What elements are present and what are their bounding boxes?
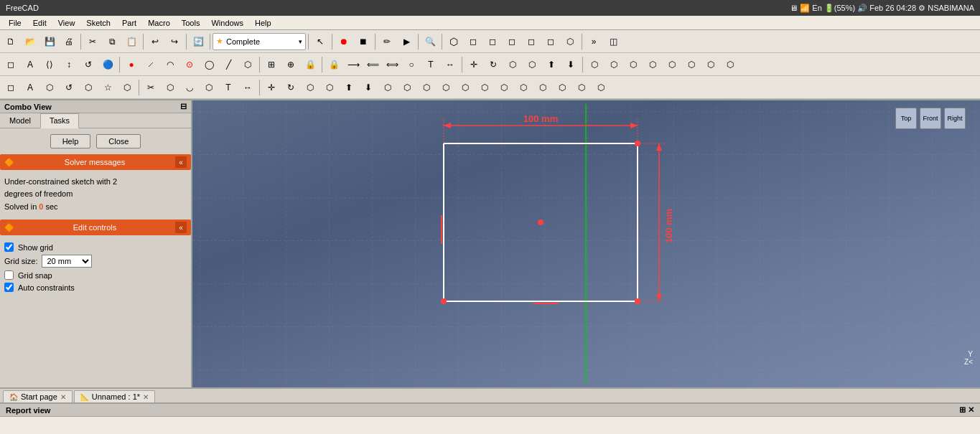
report-close-icon[interactable]: ✕ xyxy=(968,405,974,414)
viewport[interactable]: 100 mm → ← 100 mm Top Front Right xyxy=(192,100,980,387)
r3-btn5[interactable]: ⬡ xyxy=(79,78,98,97)
solver-section-header[interactable]: 🔶 Solver messages « xyxy=(0,154,191,170)
menu-view[interactable]: View xyxy=(52,16,81,29)
help-button[interactable]: Help xyxy=(50,134,91,148)
view-right-btn[interactable]: ◻ xyxy=(503,32,521,51)
tab-tasks[interactable]: Tasks xyxy=(40,113,79,128)
record-btn[interactable]: ⏺ xyxy=(335,32,353,51)
r3-copy-btn[interactable]: T xyxy=(219,78,238,97)
scale-btn[interactable]: ⬡ xyxy=(503,55,522,74)
sketch-extra3-btn[interactable]: ⬡ xyxy=(624,55,643,74)
tab-model[interactable]: Model xyxy=(0,113,40,128)
dim-d-btn[interactable]: ⟺ xyxy=(383,55,401,74)
print-btn[interactable]: 🖨 xyxy=(60,32,78,51)
text-btn[interactable]: T xyxy=(421,55,440,74)
menu-part[interactable]: Part xyxy=(116,16,142,29)
sketch-line2-btn[interactable]: ╱ xyxy=(219,55,238,74)
r3-sym-btn[interactable]: ↔ xyxy=(238,78,257,97)
start-tab-close[interactable]: ✕ xyxy=(60,393,66,401)
open-btn[interactable]: 📂 xyxy=(21,32,39,51)
sketch-extra7-btn[interactable]: ⬡ xyxy=(701,55,720,74)
constraint-coincident-btn[interactable]: ⊕ xyxy=(281,55,300,74)
sketch-point-btn[interactable]: ● xyxy=(122,55,141,74)
t2-btn2[interactable]: A xyxy=(21,55,39,74)
copy-btn[interactable]: ⧉ xyxy=(103,32,121,51)
cut-btn[interactable]: ✂ xyxy=(83,32,102,51)
sketch-extra8-btn[interactable]: ⬡ xyxy=(721,55,739,74)
constraint-lock-btn[interactable]: 🔒 xyxy=(301,55,319,74)
t2-btn4[interactable]: ↕ xyxy=(60,55,78,74)
r3-offset-btn[interactable]: ⬡ xyxy=(200,78,218,97)
move-btn[interactable]: ✛ xyxy=(465,55,483,74)
r3-extra4-btn[interactable]: ⬡ xyxy=(437,78,455,97)
t2-btn5[interactable]: ↺ xyxy=(79,55,98,74)
stop-btn[interactable]: ⏹ xyxy=(354,32,373,51)
sketch-arc-btn[interactable]: ◠ xyxy=(161,55,179,74)
sketch-poly-btn[interactable]: ⬡ xyxy=(238,55,257,74)
cube-face-front[interactable]: Front xyxy=(920,108,941,129)
sketch-extra4-btn[interactable]: ⬡ xyxy=(643,55,662,74)
r3-extra2-btn[interactable]: ⬡ xyxy=(398,78,416,97)
redo-btn[interactable]: ↪ xyxy=(165,32,184,51)
mirror-btn[interactable]: ⬡ xyxy=(523,55,541,74)
r3-move-btn[interactable]: ✛ xyxy=(262,78,281,97)
paste-btn[interactable]: 📋 xyxy=(122,32,141,51)
edit-btn[interactable]: ✏ xyxy=(378,32,396,51)
r3-extra9-btn[interactable]: ⬡ xyxy=(533,78,552,97)
sketch-extra5-btn[interactable]: ⬡ xyxy=(663,55,681,74)
dim-h-btn[interactable]: ⟶ xyxy=(344,55,363,74)
sketch-line-btn[interactable]: ⟋ xyxy=(141,55,160,74)
r3-extra6-btn[interactable]: ⬡ xyxy=(475,78,494,97)
sym-btn[interactable]: ↔ xyxy=(441,55,459,74)
r3-extra7-btn[interactable]: ⬡ xyxy=(495,78,513,97)
t2-btn3[interactable]: ⟨⟩ xyxy=(40,55,59,74)
view-top-btn[interactable]: ◻ xyxy=(483,32,502,51)
combo-collapse-icon[interactable]: ⊟ xyxy=(180,102,187,111)
menu-help[interactable]: Help xyxy=(249,16,277,29)
r3-extra8-btn[interactable]: ⬡ xyxy=(514,78,533,97)
r3-trim-btn[interactable]: ✂ xyxy=(141,78,160,97)
bottom-tab-unnamed[interactable]: 📐 Unnamed : 1* ✕ xyxy=(74,390,155,402)
new-btn[interactable]: 🗋 xyxy=(1,32,20,51)
constraint-fixed-btn[interactable]: ⊞ xyxy=(262,55,281,74)
r3-extra5-btn[interactable]: ⬡ xyxy=(456,78,475,97)
r3-down-btn[interactable]: ⬇ xyxy=(359,78,378,97)
cube-face-top[interactable]: Top xyxy=(895,108,917,129)
show-grid-checkbox[interactable] xyxy=(4,242,14,252)
r3-btn7[interactable]: ⬡ xyxy=(118,78,136,97)
r3-extra12-btn[interactable]: ⬡ xyxy=(592,78,610,97)
play-btn[interactable]: ▶ xyxy=(397,32,416,51)
r3-btn1[interactable]: ◻ xyxy=(1,78,20,97)
cube-face-right[interactable]: Right xyxy=(944,108,966,129)
panel-scroll[interactable]: Help Close 🔶 Solver messages « Under-con… xyxy=(0,128,191,387)
down-btn[interactable]: ⬇ xyxy=(561,55,580,74)
menu-edit[interactable]: Edit xyxy=(27,16,52,29)
grid-size-select[interactable]: 20 mm xyxy=(42,255,92,268)
r3-extra3-btn[interactable]: ⬡ xyxy=(417,78,436,97)
edit-controls-header[interactable]: 🔶 Edit controls « xyxy=(0,220,191,235)
view-extra-btn[interactable]: ◫ xyxy=(604,32,622,51)
view-back-btn[interactable]: ◻ xyxy=(541,32,560,51)
view-front-btn[interactable]: ◻ xyxy=(464,32,482,51)
dim-v-btn[interactable]: ⟸ xyxy=(363,55,382,74)
solver-collapse-btn[interactable]: « xyxy=(175,156,187,168)
sketch-circle2-btn[interactable]: ◯ xyxy=(200,55,218,74)
rotate-btn[interactable]: ↻ xyxy=(484,55,503,74)
r3-btn3[interactable]: ⬡ xyxy=(40,78,59,97)
r3-extra11-btn[interactable]: ⬡ xyxy=(572,78,591,97)
more-btn[interactable]: » xyxy=(584,32,603,51)
pointer-btn[interactable]: ↖ xyxy=(311,32,330,51)
close-button[interactable]: Close xyxy=(96,134,141,148)
view-home-btn[interactable]: ⬡ xyxy=(444,32,463,51)
t2-btn1[interactable]: ◻ xyxy=(1,55,20,74)
r3-up-btn[interactable]: ⬆ xyxy=(340,78,358,97)
unnamed-tab-close[interactable]: ✕ xyxy=(143,393,149,401)
r3-btn4[interactable]: ↺ xyxy=(60,78,78,97)
sketch-extra-btn[interactable]: ⬡ xyxy=(585,55,604,74)
menu-macro[interactable]: Macro xyxy=(142,16,176,29)
array-btn[interactable]: ⬆ xyxy=(542,55,561,74)
t2-btn6[interactable]: 🔵 xyxy=(98,55,117,74)
r3-extra-btn[interactable]: ⬡ xyxy=(378,78,397,97)
r3-extend-btn[interactable]: ⬡ xyxy=(161,78,179,97)
view-left-btn[interactable]: ◻ xyxy=(522,32,541,51)
